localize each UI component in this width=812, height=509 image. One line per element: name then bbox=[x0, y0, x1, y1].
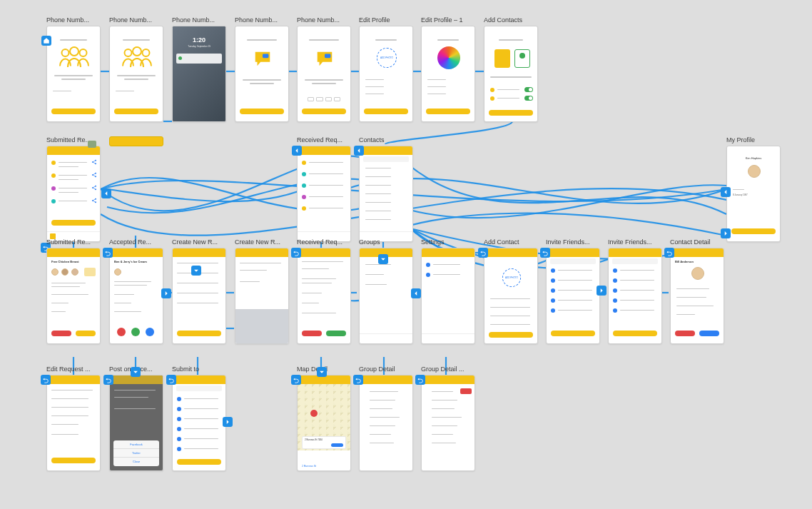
action-twitter[interactable]: Twitter bbox=[113, 449, 159, 458]
artboard-label: Phone Numb... bbox=[46, 16, 101, 24]
artboard-received-req2[interactable]: Received Req... bbox=[297, 238, 351, 344]
artboard-group-detail-edit[interactable]: Group Detail ... bbox=[421, 366, 475, 471]
artboard-create-new-1[interactable]: Create New R... bbox=[172, 238, 226, 344]
artboard-submitted-req2[interactable]: Submitted Re... Free Chicken Breast bbox=[46, 238, 101, 344]
artboard-label: Contact Detail bbox=[670, 238, 724, 246]
artboard-label: Group Detail ... bbox=[421, 366, 475, 373]
back-badge-icon bbox=[721, 187, 731, 197]
profile-birthday: 8 January 1987 bbox=[733, 193, 748, 196]
svg-point-2 bbox=[80, 49, 87, 56]
import-contact-icon bbox=[514, 49, 530, 68]
artboard-label: Groups bbox=[359, 238, 413, 246]
artboard-label: Phone Numb... bbox=[109, 16, 163, 24]
forward-badge-icon bbox=[161, 288, 171, 298]
artboard-phone3-lockscreen[interactable]: Phone Numb... 1:20 Tuesday, September 19 bbox=[172, 16, 226, 122]
svg-point-3 bbox=[125, 49, 132, 56]
artboard-map-detail[interactable]: Map Detail 2 Burrows St 7434 2 Burrows S… bbox=[297, 366, 351, 471]
keypad-chip bbox=[109, 136, 163, 146]
svg-point-4 bbox=[133, 47, 141, 56]
back-badge-icon bbox=[354, 146, 364, 156]
artboard-accepted-req[interactable]: Accepted Re... Ben & Jerry's Ice Cream bbox=[109, 238, 163, 344]
undo-badge-icon bbox=[166, 375, 176, 385]
artboard-editprofile-1[interactable]: Edit Profile – 1 bbox=[421, 16, 475, 122]
undo-badge-icon bbox=[478, 248, 488, 258]
share-icon bbox=[91, 185, 97, 191]
map-pin-icon bbox=[310, 410, 318, 417]
artboard-received-req[interactable]: Received Req... bbox=[297, 136, 351, 242]
artboard-group-detail[interactable]: Group Detail bbox=[359, 366, 413, 471]
artboard-label: Edit Profile – 1 bbox=[421, 16, 475, 24]
location-chip bbox=[84, 268, 96, 276]
contacts-book-icon bbox=[494, 49, 510, 68]
undo-badge-icon bbox=[415, 375, 425, 385]
artboard-edit-request[interactable]: Edit Request ... bbox=[46, 366, 101, 471]
artboard-add-contacts[interactable]: Add Contacts bbox=[484, 16, 538, 122]
forward-badge-icon bbox=[597, 286, 607, 296]
down-badge-icon bbox=[191, 266, 201, 276]
artboard-label: Create New R... bbox=[235, 238, 289, 246]
share-icon bbox=[91, 159, 97, 165]
people-outline-icon bbox=[56, 46, 93, 68]
undo-badge-icon bbox=[540, 248, 550, 258]
undo-badge-icon bbox=[291, 248, 301, 258]
map-link[interactable]: 2 Burrows St bbox=[302, 465, 316, 468]
svg-rect-7 bbox=[325, 54, 330, 59]
artboard-label: My Profile bbox=[726, 136, 781, 143]
forward-badge-icon bbox=[721, 228, 731, 238]
artboard-submit-to[interactable]: Submit to bbox=[172, 366, 226, 471]
artboard-contacts[interactable]: Contacts bbox=[359, 136, 413, 242]
request-title: Ben & Jerry's Ice Cream bbox=[114, 260, 147, 263]
lock-time: 1:20 bbox=[173, 36, 225, 44]
artboard-invite-1[interactable]: Invite Friends... bbox=[546, 238, 600, 344]
artboard-label: Invite Friends... bbox=[608, 238, 662, 246]
home-badge-icon bbox=[41, 36, 51, 46]
artboard-label: Settings bbox=[421, 238, 475, 246]
artboard-phone5[interactable]: Phone Numb... bbox=[297, 16, 351, 122]
color-splash-avatar bbox=[437, 46, 460, 69]
share-icon bbox=[91, 198, 97, 203]
svg-rect-6 bbox=[263, 54, 268, 59]
artboard-label: Edit Profile bbox=[359, 16, 413, 24]
contact-name: Bill Anderson bbox=[675, 260, 694, 263]
toggle-on bbox=[524, 96, 533, 101]
undo-badge-icon bbox=[664, 248, 674, 258]
artboard-editprofile[interactable]: Edit Profile ADD PHOTO bbox=[359, 16, 413, 122]
artboard-post-facebook[interactable]: Post on Face... Facebook Twitter Close bbox=[109, 366, 163, 471]
artboard-label: Received Req... bbox=[297, 238, 351, 246]
artboard-phone1[interactable]: Phone Numb... bbox=[46, 16, 101, 122]
svg-point-0 bbox=[62, 49, 69, 56]
back-badge-icon bbox=[411, 288, 421, 298]
artboard-add-contact[interactable]: Add Contact ADD PHOTO bbox=[484, 238, 538, 344]
artboard-submitted-req[interactable]: Submitted Re... bbox=[46, 136, 101, 242]
down-badge-icon bbox=[378, 254, 388, 264]
artboard-my-profile[interactable]: My Profile Kim Hopkins 8 January 1987 bbox=[726, 136, 781, 242]
back-badge-icon bbox=[292, 146, 302, 156]
artboard-label: Add Contact bbox=[484, 238, 538, 246]
artboard-settings[interactable]: Settings bbox=[421, 238, 475, 344]
action-facebook[interactable]: Facebook bbox=[113, 440, 159, 449]
undo-badge-icon bbox=[103, 248, 113, 258]
add-photo-circle: ADD PHOTO bbox=[377, 48, 397, 68]
action-close[interactable]: Close bbox=[113, 458, 159, 466]
artboard-create-new-2[interactable]: Create New R... bbox=[235, 238, 289, 344]
lock-date: Tuesday, September 19 bbox=[173, 45, 225, 48]
artboard-invite-2[interactable]: Invite Friends... bbox=[608, 238, 662, 344]
artboard-contact-detail[interactable]: Contact Detail Bill Anderson bbox=[670, 238, 724, 344]
forward-badge-icon bbox=[223, 417, 233, 427]
undo-badge-icon bbox=[41, 375, 51, 385]
share-icon bbox=[91, 172, 97, 178]
lock-notification bbox=[176, 54, 222, 64]
artboard-label: Phone Numb... bbox=[235, 16, 289, 24]
toggle-on bbox=[524, 87, 533, 92]
back-badge-icon bbox=[101, 188, 111, 198]
artboard-phone2[interactable]: Phone Numb... bbox=[109, 16, 163, 122]
artboard-label: Submitted Re... bbox=[46, 238, 101, 246]
artboard-label: Phone Numb... bbox=[297, 16, 351, 24]
remove-chip[interactable] bbox=[460, 388, 472, 394]
profile-avatar bbox=[748, 165, 761, 178]
artboard-label: Add Contacts bbox=[484, 16, 538, 24]
artboard-label: Phone Numb... bbox=[172, 16, 226, 24]
svg-point-1 bbox=[70, 47, 78, 56]
artboard-label: Group Detail bbox=[359, 366, 413, 373]
artboard-phone4[interactable]: Phone Numb... bbox=[235, 16, 289, 122]
